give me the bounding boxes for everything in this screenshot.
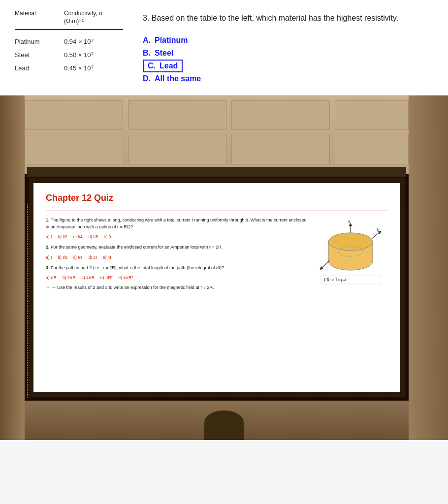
answer-letter-c: C. [148, 62, 156, 70]
answer-b[interactable]: B. Steel [143, 47, 433, 60]
table-row: Lead 0.45 × 10⁷ [15, 62, 123, 75]
cylinder-svg: θ θ ∮ B⃗ · d l⃗ = μ₀I [319, 217, 383, 286]
material-table: Material Conductivity, σ (Ω·m)⁻¹ Platinu… [15, 10, 123, 85]
question-number: 3. [143, 14, 149, 22]
svg-line-8 [321, 260, 329, 269]
answer-text-c: Lead [160, 62, 178, 70]
question-section: 3. Based on the table to the left, which… [143, 10, 433, 85]
answer-text-a: Platinum [155, 36, 188, 45]
q3-num: 3. [46, 265, 50, 270]
slide-title: Chapter 12 Quiz [46, 193, 387, 203]
slide-q1: 1. The figure to the right shows a long,… [46, 217, 311, 230]
left-wall [0, 95, 25, 440]
q1-ans-b: b) I/2 [58, 234, 67, 239]
svg-text:θ: θ [377, 228, 379, 231]
svg-text:θ: θ [348, 220, 350, 223]
col-conductivity-header: Conductivity, σ (Ω·m)⁻¹ [64, 10, 123, 25]
q3-ans-b: b) 2πR [63, 275, 76, 280]
svg-point-2 [328, 233, 373, 251]
col-material-header: Material [15, 10, 59, 17]
q3-ans-c: c) 4πR [82, 275, 95, 280]
top-content-section: Material Conductivity, σ (Ω·m)⁻¹ Platinu… [0, 0, 448, 95]
answer-text-d: All the same [155, 74, 201, 83]
q1-ans-d: d) I/8 [89, 234, 98, 239]
table-row: Steel 0.50 × 10⁷ [15, 48, 123, 62]
cylinder-diagram: θ θ ∮ B⃗ · d l⃗ = μ₀I [319, 217, 387, 290]
slide-arrow-text: → → Use the results of 2 and 3 to write … [46, 285, 311, 290]
q2-ans-c: c) I/4 [73, 255, 83, 260]
material-value: 0.50 × 10⁷ [64, 51, 123, 59]
answer-list: A. Platinum B. Steel C. Lead D. All the … [143, 34, 433, 85]
slide-q1-answers: a) I b) I/2 c) I/4 d) I/8 e) 0 [46, 234, 311, 239]
slide-q2-answers: a) I b) I/2 c) I/4 d) 2I e) 4I [46, 255, 311, 260]
material-name: Steel [15, 51, 59, 59]
classroom-photo-section: Chapter 12 Quiz 1. The figure to the rig… [0, 95, 448, 440]
question-text: 3. Based on the table to the left, which… [143, 12, 433, 24]
q3-ans-d: d) πR² [100, 275, 113, 280]
material-name: Platinum [15, 38, 59, 45]
q2-ans-e: e) 4I [103, 255, 111, 260]
question-body: Based on the table to the left, which ma… [152, 14, 398, 22]
arrow-icon: → [46, 285, 50, 290]
table-row: Platinum 0.94 × 10⁷ [15, 35, 123, 48]
q2-ans-a: a) I [46, 255, 52, 260]
slide-left: 1. The figure to the right shows a long,… [46, 217, 311, 290]
person-silhouette [204, 410, 244, 440]
material-value: 0.94 × 10⁷ [64, 38, 123, 45]
table-header-row: Material Conductivity, σ (Ω·m)⁻¹ [15, 10, 123, 30]
slide-q3: 3. For the path in part 2 (i.e., r = 2R)… [46, 265, 311, 272]
slide-row: 1. The figure to the right shows a long,… [46, 217, 387, 290]
answer-letter-b: B. [143, 49, 151, 58]
answer-letter-d: D. [143, 74, 151, 83]
q1-text: The figure to the right shows a long, co… [46, 218, 307, 229]
material-value: 0.45 × 10⁷ [64, 64, 123, 72]
classroom-photo: Chapter 12 Quiz 1. The figure to the rig… [0, 95, 448, 440]
svg-text:∮ B⃗ · d l⃗ = μ₀I: ∮ B⃗ · d l⃗ = μ₀I [323, 277, 346, 282]
arrow-text: → Use the results of 2 and 3 to write an… [52, 285, 214, 290]
projector-screen-frame: Chapter 12 Quiz 1. The figure to the rig… [25, 174, 409, 401]
slide-q2: 2. For the same geometry, evaluate the e… [46, 244, 311, 251]
ceiling [0, 95, 448, 174]
material-name: Lead [15, 64, 59, 72]
q1-ans-c: c) I/4 [73, 234, 83, 239]
screen-top-bar [27, 167, 406, 177]
q3-ans-e: e) 4πR² [119, 275, 133, 280]
q2-num: 2. [46, 245, 50, 250]
slide-q3-answers: a) πR b) 2πR c) 4πR d) πR² e) 4πR² [46, 275, 311, 280]
projector-screen-content: Chapter 12 Quiz 1. The figure to the rig… [33, 183, 400, 392]
svg-line-6 [372, 232, 380, 239]
answer-a[interactable]: A. Platinum [143, 34, 433, 47]
answer-c[interactable]: C. Lead [143, 60, 183, 72]
right-wall [409, 95, 448, 440]
q2-ans-d: d) 2I [89, 255, 97, 260]
q2-ans-b: b) I/2 [58, 255, 67, 260]
q3-text: For the path in part 2 (i.e., r = 2R), w… [51, 265, 224, 270]
q1-ans-e: e) 0 [104, 234, 111, 239]
q2-text: For the same geometry, evaluate the encl… [51, 245, 223, 250]
q3-ans-a: a) πR [46, 275, 57, 280]
q1-num: 1. [46, 218, 50, 222]
q1-ans-a: a) I [46, 234, 52, 239]
answer-letter-a: A. [143, 36, 151, 45]
answer-text-b: Steel [155, 49, 173, 58]
answer-d[interactable]: D. All the same [143, 72, 433, 85]
